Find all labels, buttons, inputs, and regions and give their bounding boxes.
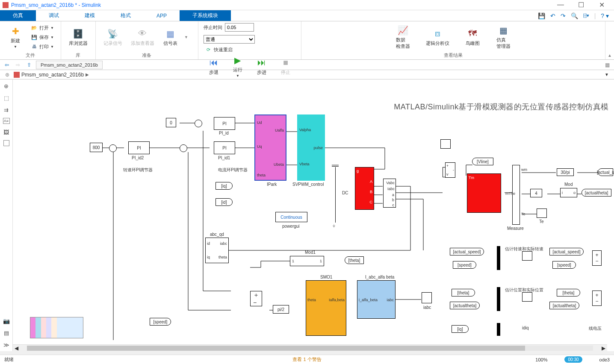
tag-as2[interactable]: [actual_speed] [450, 248, 484, 255]
tag-theta2[interactable]: [theta] [452, 289, 475, 296]
find-icon[interactable]: ⁅⁆▾ [583, 13, 589, 18]
block-mod[interactable]: i o [560, 188, 577, 197]
viewmark-icon[interactable] [3, 140, 9, 146]
print-button[interactable]: 🖶打印 ▼ [29, 42, 56, 51]
tag-actual-s[interactable]: [actual_s [598, 168, 613, 176]
tag-at3[interactable]: [actualtheta] [549, 302, 579, 309]
tag-iq2[interactable]: [iq] [452, 325, 469, 333]
tag-as3[interactable]: [actual_speed] [549, 248, 584, 255]
block-PI-id1[interactable]: PI [214, 141, 235, 154]
block-gain4[interactable]: 4 [530, 189, 542, 197]
nav-grid-icon[interactable]: ▦ [603, 61, 611, 69]
block-abcqd[interactable]: id iq iabc theta [205, 238, 229, 263]
canvas[interactable]: MATLAB/Simulink基于滑模观测器的无位置传感器控制仿真模 [13, 79, 614, 351]
undo-icon[interactable]: ↶ [550, 12, 555, 19]
stop-button[interactable]: ■停止 [275, 56, 296, 76]
breadcrumb-arrow[interactable]: ▶ [86, 72, 89, 77]
block-mux-v[interactable]: + v - [445, 162, 455, 178]
tag-theta3[interactable]: [theta] [557, 289, 580, 296]
open-button[interactable]: 📂打开 ▼ [29, 23, 56, 32]
zoom-rect-icon[interactable]: ⬚ [3, 94, 10, 102]
tab-debug[interactable]: 调试 [36, 10, 72, 21]
block-ipark[interactable]: Ud Uq theta Ualfa Ubeta [254, 114, 286, 181]
tag-id[interactable]: [id] [215, 198, 233, 206]
sim-manager-button[interactable]: ▦仿真 管理器 [493, 24, 514, 50]
block-diff1[interactable]: +− [592, 250, 602, 266]
search-icon[interactable]: 🔍 [571, 12, 578, 19]
birds-eye-button[interactable]: 🗺鸟瞰图 [462, 27, 483, 47]
maximize-button[interactable]: ☐ [575, 1, 587, 9]
block-diff2[interactable]: +− [592, 291, 602, 306]
model-browser-icon[interactable]: ▤ [3, 329, 10, 337]
tag-theta[interactable]: [theta] [345, 256, 364, 264]
mux-3[interactable] [497, 323, 500, 336]
breadcrumb-model[interactable]: Pmsm_smo_actan2_2016b [21, 72, 84, 78]
block-meas1[interactable]: Vabc Iabc a b c [383, 179, 396, 208]
logic-analyzer-button[interactable]: ⧈逻辑分析仪 [423, 27, 452, 47]
library-browser-button[interactable]: 🗄️ 库浏览器 [66, 27, 90, 47]
zoom-fit-icon[interactable]: ⊕ [3, 82, 10, 90]
const-800[interactable]: 800 [90, 143, 103, 152]
help-icon[interactable]: ? ▾ [601, 12, 609, 19]
tab-simulate[interactable]: 仿真 [0, 10, 36, 21]
tag-actualtheta[interactable]: [actualtheta] [582, 189, 611, 197]
save-button[interactable]: 💾保存 ▼ [29, 33, 56, 41]
tab-modeling[interactable]: 建模 [72, 10, 108, 21]
block-inverter[interactable]: g A B C [355, 167, 374, 210]
block-pi2-const[interactable]: pi/2 [273, 305, 289, 314]
minimize-button[interactable]: — [554, 1, 567, 9]
signal-table-button[interactable]: ▦信号表 [160, 27, 181, 47]
block-pmsm[interactable]: Tm [467, 173, 501, 213]
minimap[interactable] [30, 317, 83, 338]
tag-speed3[interactable]: [speed] [552, 261, 576, 269]
add-viewer-button[interactable]: 👁添加查看器 [128, 27, 157, 47]
tag-speed2[interactable]: [speed] [453, 261, 476, 269]
tag-at2[interactable]: [actualtheta] [450, 302, 480, 309]
run-button[interactable]: ▶运行▼ [227, 54, 248, 79]
sim-mode-select[interactable]: 普通 [204, 35, 255, 44]
block-PI-id2[interactable]: PI [128, 141, 150, 154]
annotation-icon[interactable]: A≡ [3, 118, 10, 124]
nav-forward[interactable]: ⇨ [14, 61, 22, 69]
status-zoom[interactable]: 100% [535, 357, 547, 362]
stoptime-input[interactable] [225, 23, 254, 32]
tab-app[interactable]: APP [144, 10, 180, 21]
step-forward-button[interactable]: ⏭步进 [251, 56, 272, 76]
block-sum-pi2[interactable]: ＋− [250, 291, 262, 306]
nav-back[interactable]: ⇦ [3, 61, 11, 69]
tab-format[interactable]: 格式 [108, 10, 144, 21]
tag-iq[interactable]: [iq] [215, 182, 233, 190]
tag-vline[interactable]: [Vline] [472, 158, 493, 165]
sum-1[interactable] [109, 144, 117, 152]
block-step[interactable] [440, 139, 451, 149]
screenshot-icon[interactable]: 📷 [3, 317, 10, 325]
fast-restart-button[interactable]: ⟳快速重启 [204, 45, 234, 54]
expand-icon[interactable]: ≫ [3, 341, 10, 349]
block-iabcab[interactable]: i_alfa_beta iabc [357, 280, 396, 319]
scope-speed[interactable] [522, 251, 532, 261]
scope-theta[interactable] [522, 292, 532, 302]
ribbon-collapse[interactable]: ▲ [605, 21, 614, 59]
close-button[interactable]: ✕ [595, 1, 608, 9]
breadcrumb-dropdown[interactable]: ▼ [602, 72, 611, 77]
block-smo[interactable]: theta Ialfa,beta [306, 280, 346, 336]
step-back-button[interactable]: ⏮步退 [204, 56, 224, 76]
block-gain30pi[interactable]: 30/pi [557, 168, 574, 176]
prep-dropdown[interactable]: ▼ [184, 35, 188, 39]
redo-icon[interactable]: ↷ [561, 12, 566, 19]
mux-2[interactable] [497, 287, 500, 311]
tag-speed[interactable]: [speed] [150, 318, 171, 326]
sum-2[interactable] [195, 120, 202, 127]
mux-1[interactable] [497, 246, 500, 270]
log-signal-button[interactable]: 📡记录信号 [101, 27, 125, 47]
block-PI-id[interactable]: PI [214, 117, 235, 130]
new-button[interactable]: ✚ 新建 ▼ [5, 25, 26, 50]
model-tab[interactable]: Pmsm_smo_actan2_2016b [36, 61, 103, 69]
scope-te[interactable] [537, 208, 547, 218]
tab-subsystem[interactable]: 子系统模块 [180, 10, 231, 21]
save-icon[interactable]: 💾 [538, 12, 545, 19]
h-scrollbar[interactable]: ◀ ▶ [13, 344, 607, 351]
image-icon[interactable]: 🖼 [3, 128, 10, 136]
const-0[interactable]: 0 [166, 118, 176, 127]
status-warning[interactable]: 查看 1 个警告 [133, 356, 481, 363]
